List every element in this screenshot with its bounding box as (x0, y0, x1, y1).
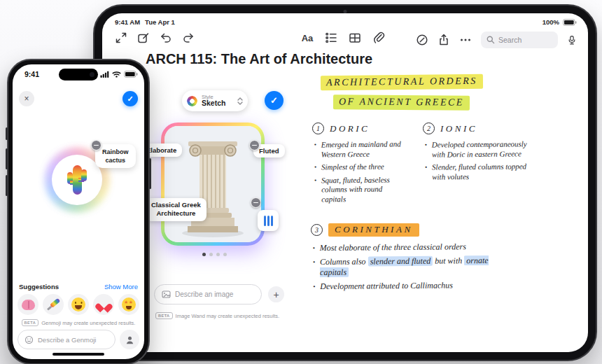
image-wand-input-row: + (154, 284, 284, 304)
describe-image-input[interactable] (175, 290, 252, 298)
cellular-icon (100, 71, 109, 78)
genmoji-face-icon (24, 335, 34, 344)
search-field[interactable] (481, 31, 558, 48)
photo-icon (162, 290, 171, 299)
bullet-text: Columns also (320, 256, 368, 267)
ipad-battery-percent: 100% (542, 18, 559, 26)
image-page-dots[interactable] (202, 253, 227, 256)
tag-line: Rainbow (102, 148, 129, 155)
doric-bullet: Squat, fluted, baseless columns with rou… (314, 175, 403, 204)
remove-prompt-button[interactable] (91, 140, 102, 150)
beta-badge: BETA (22, 319, 39, 326)
greek-column-image (164, 126, 261, 242)
image-wand-disclaimer: BETA Image Wand may create unexpected re… (155, 312, 279, 319)
doric-bullet: Emerged in mainland and Western Greece (314, 139, 403, 159)
page-dot[interactable] (202, 253, 206, 256)
suggestion-rainbow-paintbrush[interactable] (43, 294, 64, 315)
corinthian-name: CORINTHIAN (328, 223, 419, 237)
table-icon[interactable] (349, 31, 361, 44)
search-icon (486, 36, 495, 44)
confirm-image-button[interactable]: ✓ (265, 91, 284, 110)
toolbar-center-group: Aa (301, 31, 385, 44)
generated-image-frame[interactable] (161, 122, 265, 246)
person-genmoji-button[interactable] (120, 330, 139, 349)
tag-line: Classical Greek (151, 201, 201, 209)
share-icon[interactable] (438, 34, 450, 46)
genmoji-input-row (13, 330, 144, 349)
markup-icon[interactable] (416, 34, 428, 46)
suggestion-laughing-face[interactable] (68, 294, 89, 315)
add-image-button[interactable]: + (268, 286, 284, 302)
home-indicator (52, 353, 104, 356)
format-icon[interactable]: Aa (301, 31, 314, 44)
brain-icon (22, 300, 35, 310)
dynamic-island (59, 69, 98, 80)
ionic-bullet: Developed contemporaneously with Doric i… (424, 139, 535, 159)
toolbar-right-group (416, 31, 577, 48)
laughing-face-icon (71, 298, 85, 312)
style-text: Style Sketch (202, 94, 233, 108)
tag-line: Architecture (156, 209, 195, 217)
ipad-status-left: 9:41 AM Tue Apr 1 (115, 18, 175, 26)
chevron-up-down-icon (237, 97, 243, 105)
search-input[interactable] (498, 36, 547, 44)
handwritten-title-line1: ARCHITECTURAL ORDERS (321, 75, 483, 90)
page-dot[interactable] (216, 253, 220, 256)
collapse-icon[interactable] (115, 31, 127, 44)
ipad-date: Tue Apr 1 (145, 18, 175, 26)
ionic-bullet: Slender, fluted columns topped with volu… (424, 162, 535, 181)
checklist-icon[interactable] (325, 31, 337, 44)
mute-switch (6, 127, 8, 140)
show-more-link[interactable]: Show More (104, 283, 138, 290)
star-struck-face-icon (122, 298, 136, 312)
describe-genmoji-field[interactable] (18, 330, 115, 349)
doric-notes: Emerged in mainland and Western Greece S… (314, 139, 404, 207)
more-icon[interactable] (459, 34, 472, 46)
iphone-status-icons (100, 71, 138, 78)
ionic-heading: 2 IONIC (423, 122, 477, 134)
format-label: Aa (302, 33, 314, 43)
corinthian-bullet: Most elaborate of the three classical or… (312, 241, 500, 253)
describe-image-field[interactable] (154, 284, 262, 304)
corinthian-bullet: Columns also slender and fluted but with… (312, 255, 500, 278)
corinthian-heading: 3 CORINTHIAN (311, 223, 419, 237)
redo-icon[interactable] (182, 31, 195, 44)
battery-icon (124, 71, 138, 78)
note-title: ARCH 115: The Art of Architecture (146, 51, 372, 67)
disclaimer-text: Image Wand may create unexpected results… (176, 313, 280, 319)
genmoji-prompt-tag[interactable]: Rainbow cactus (95, 144, 136, 168)
stage: 9:41 AM Tue Apr 1 100% (0, 0, 602, 364)
remove-reference-button[interactable] (251, 197, 261, 208)
ionic-number: 2 (423, 122, 435, 134)
mic-icon[interactable] (567, 34, 577, 46)
page-dot[interactable] (209, 253, 213, 256)
suggestion-heart[interactable] (93, 294, 114, 315)
describe-genmoji-input[interactable] (38, 336, 108, 344)
toolbar-left-group (115, 31, 195, 44)
suggestions-header: Suggestions Show More (13, 283, 144, 290)
doric-heading: 1 DORIC (312, 122, 370, 134)
ipad-screen: 9:41 AM Tue Apr 1 100% (102, 13, 588, 352)
remove-fluted-button[interactable] (249, 140, 260, 150)
suggestion-star-struck[interactable] (118, 294, 139, 315)
tag-line: cactus (105, 157, 125, 164)
blue-highlight: slender and fluted (368, 256, 433, 267)
tag-classical-greek-architecture[interactable]: Classical GreekArchitecture (146, 198, 206, 221)
fluted-column-thumbnail[interactable] (258, 210, 279, 231)
attachment-icon[interactable] (372, 31, 385, 44)
beta-badge: BETA (155, 312, 173, 319)
style-scribble-icon (187, 96, 197, 106)
corinthian-notes: Most elaborate of the three classical or… (312, 241, 500, 295)
power-button (149, 158, 151, 189)
style-value: Sketch (202, 99, 233, 107)
compose-icon[interactable] (137, 31, 150, 44)
title-highlight-green: OF ANCIENT GREECE (333, 94, 470, 110)
undo-icon[interactable] (160, 31, 172, 44)
confirm-genmoji-button[interactable]: ✓ (122, 91, 138, 106)
suggestion-brain[interactable] (18, 294, 38, 315)
page-dot[interactable] (223, 253, 227, 256)
style-picker[interactable]: Style Sketch (182, 90, 248, 111)
battery-icon (563, 19, 577, 26)
ipad-time: 9:41 AM (115, 18, 140, 26)
close-button[interactable]: × (19, 91, 34, 106)
